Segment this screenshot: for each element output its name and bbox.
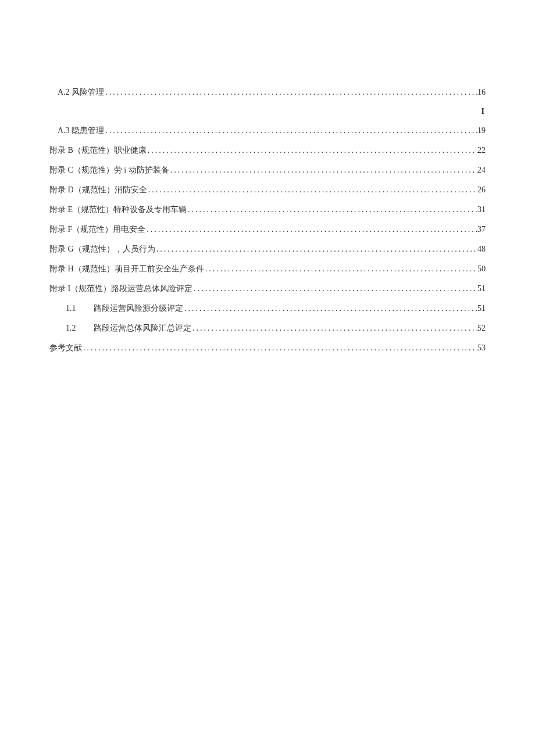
toc-entry-label: 附录 D（规范性）消防安全 — [49, 185, 147, 195]
toc-entry-label: 附录 I（规范性）路段运营总体风险评定 — [49, 284, 192, 294]
toc-entry-page: 53 — [477, 343, 486, 353]
toc-entry-page: 37 — [477, 225, 486, 234]
toc-entry-number: 1.2 — [66, 324, 94, 333]
toc-entry: 附录 I（规范性）路段运营总体风险评定 51 — [49, 284, 486, 294]
toc-entry-page: 24 — [477, 166, 486, 175]
toc-leader-dots — [183, 304, 477, 313]
toc-entry-page: 48 — [477, 245, 486, 254]
toc-entry-page: 19 — [477, 126, 486, 135]
toc-leader-dots — [145, 225, 477, 234]
toc-leader-dots — [192, 284, 477, 293]
toc-entry-page: 52 — [477, 324, 486, 333]
toc-entry: 1.1路段运营风险源分级评定51 — [49, 303, 486, 314]
toc-entry: A.2 风险管理16 — [49, 87, 486, 98]
toc-entry: 附录 H（规范性）项目开工前安全生产条件 50 — [49, 264, 486, 274]
toc-entry-page: 16 — [477, 88, 486, 97]
toc-entry-page: 22 — [477, 146, 486, 155]
toc-entry-label: A.2 风险管理 — [58, 87, 104, 98]
toc-leader-dots — [204, 264, 477, 274]
toc-entry-label: 附录 E（规范性）特种设备及专用车辆 — [49, 205, 187, 215]
toc-entry-label: 附录 F（规范性）用电安全 — [49, 224, 145, 235]
toc-leader-dots — [82, 343, 477, 353]
toc-leader-dots — [191, 324, 477, 333]
section-roman-marker: I — [49, 107, 486, 116]
toc-entry: 附录 F（规范性）用电安全 37 — [49, 224, 486, 235]
toc-leader-dots — [155, 245, 477, 254]
toc-leader-dots — [169, 166, 477, 175]
toc-leader-dots — [187, 205, 477, 214]
toc-entry-page: 51 — [477, 304, 486, 313]
toc-entry: 附录 E（规范性）特种设备及专用车辆31 — [49, 205, 486, 215]
toc-entry-label: 参考文献 — [49, 343, 82, 353]
toc-leader-dots — [147, 185, 477, 195]
toc-entry-label: 1.2路段运营总体风险汇总评定 — [66, 323, 191, 334]
toc-leader-dots — [147, 146, 477, 155]
toc-entry: 附录 B（规范性）职业健康 22 — [49, 145, 486, 156]
toc-entry: A.3 隐患管理 19 — [49, 126, 486, 136]
toc-entry-number: 1.1 — [66, 304, 94, 313]
toc-entry-label: 附录 G（规范性），人员行为 — [49, 244, 155, 255]
toc-entry-page: 50 — [477, 264, 486, 274]
toc-entry: 附录 C（规范性）劳 i 动防护装备 24 — [49, 165, 486, 175]
toc-entry-label: A.3 隐患管理 — [58, 126, 104, 136]
toc-entry-label: 1.1路段运营风险源分级评定 — [66, 303, 183, 314]
toc-entry: 附录 G（规范性），人员行为 48 — [49, 244, 486, 255]
toc-entry: 附录 D（规范性）消防安全 26 — [49, 185, 486, 195]
toc-leader-dots — [104, 88, 477, 97]
toc-entry-label: 附录 B（规范性）职业健康 — [49, 145, 147, 156]
toc-leader-dots — [104, 126, 477, 135]
toc-entry: 1.2路段运营总体风险汇总评定 52 — [49, 323, 486, 334]
toc-entry-label: 附录 H（规范性）项目开工前安全生产条件 — [49, 264, 204, 274]
toc-entry-page: 31 — [477, 205, 486, 214]
toc-entry-page: 26 — [477, 185, 486, 195]
toc-entry: 参考文献 53 — [49, 343, 486, 353]
toc-entry-label: 附录 C（规范性）劳 i 动防护装备 — [49, 165, 169, 175]
toc-entry-page: 51 — [477, 284, 486, 293]
table-of-contents: A.2 风险管理16IA.3 隐患管理 19附录 B（规范性）职业健康 22附录… — [49, 87, 486, 353]
